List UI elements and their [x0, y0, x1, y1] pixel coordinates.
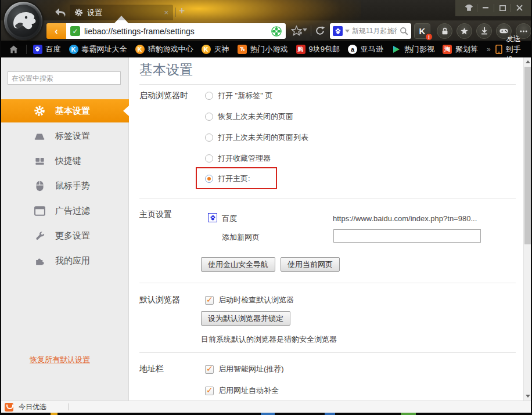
- restore-defaults-link[interactable]: 恢复所有默认设置: [30, 355, 90, 365]
- back-button[interactable]: ‹: [46, 23, 66, 39]
- sidebar-item-ad-filter[interactable]: 广告过滤: [1, 199, 129, 223]
- amazon-icon: a: [348, 45, 357, 54]
- maximize-icon[interactable]: [494, 1, 511, 16]
- checkbox-checked-icon[interactable]: ✓: [205, 365, 214, 374]
- radio-icon[interactable]: [205, 92, 213, 100]
- use-kingsoft-nav-button[interactable]: 使用金山安全导航: [201, 257, 275, 272]
- liebao-logo[interactable]: [4, 2, 42, 40]
- gear-icon: [74, 8, 83, 17]
- sidebar-item-more-settings[interactable]: 更多设置: [1, 223, 129, 248]
- bookmark-label: 9块9包邮: [309, 44, 340, 55]
- radio-option-new-tab[interactable]: 打开 "新标签" 页: [205, 90, 272, 102]
- settings-content: 基本设置 启动浏览器时 打开 "新标签" 页 恢复上次未关闭的页面 打开上次未关…: [130, 57, 526, 400]
- radio-icon[interactable]: [205, 133, 213, 142]
- hotkey-icon: [34, 156, 45, 167]
- search-engine-caret-icon[interactable]: [345, 30, 350, 33]
- download-icon[interactable]: [476, 23, 492, 39]
- more-icon[interactable]: [516, 23, 531, 39]
- radio-icon[interactable]: [205, 113, 213, 121]
- tabbar-divider: [175, 8, 175, 17]
- bookmark-amazon[interactable]: a 亚马逊: [346, 44, 385, 55]
- use-current-page-button[interactable]: 使用当前网页: [281, 257, 340, 272]
- new-tab-button[interactable]: +: [179, 5, 185, 17]
- sidebar-item-label: 基本设置: [55, 106, 90, 117]
- bookmarks-overflow-chevron[interactable]: »: [487, 45, 491, 53]
- baidu-paw-icon: [33, 45, 42, 54]
- sidebar-item-hotkeys[interactable]: 快捷键: [1, 149, 129, 174]
- bookmark-juhuasuan[interactable]: 淘 聚划算: [441, 44, 480, 55]
- radio-icon[interactable]: [205, 154, 213, 163]
- sidebar-item-label: 我的应用: [55, 255, 90, 266]
- checkbox-checked-icon[interactable]: ✓: [205, 296, 214, 305]
- checkbox-checked-icon[interactable]: ✓: [205, 387, 214, 395]
- radio-checked-icon[interactable]: [205, 175, 213, 183]
- scroll-up-arrow-icon[interactable]: [526, 60, 530, 63]
- skin-icon[interactable]: [461, 1, 477, 16]
- homepage-site-name: 百度: [222, 214, 237, 224]
- home-icon[interactable]: [6, 45, 21, 53]
- mouse-icon: [34, 181, 45, 192]
- gamepad-icon[interactable]: [496, 23, 512, 39]
- section-divider: [139, 199, 516, 199]
- duba-k-icon: K: [69, 45, 78, 54]
- bookmark-9kuai9[interactable]: 购 9块9包邮: [294, 44, 342, 55]
- taskbar-pixel-segment: [261, 413, 275, 415]
- minimize-icon[interactable]: [477, 1, 494, 16]
- sidebar-item-my-apps[interactable]: 我的应用: [1, 248, 129, 273]
- baidu-paw-icon[interactable]: [333, 26, 343, 36]
- smart-url-option[interactable]: ✓ 启用智能网址(推荐): [205, 363, 284, 375]
- url-autocomplete-option[interactable]: ✓ 启用网址自动补全: [205, 385, 279, 396]
- section-divider: [139, 283, 516, 283]
- vertical-scrollbar[interactable]: [523, 57, 531, 400]
- checkbox-label: 启用网址自动补全: [218, 385, 279, 396]
- star-icon[interactable]: [456, 23, 472, 39]
- search-box[interactable]: 新规11月起施行: [330, 23, 411, 39]
- sidebar-item-mouse-gestures[interactable]: 鼠标手势: [1, 174, 129, 199]
- refresh-icon[interactable]: [315, 26, 325, 36]
- close-icon[interactable]: [511, 1, 527, 16]
- tab-close-icon[interactable]: ×: [164, 9, 168, 16]
- undo-arrow-icon[interactable]: [55, 6, 67, 18]
- settings-search-input[interactable]: [8, 71, 121, 85]
- bookmarks-bar: 百度 K 毒霸网址大全 K 猎豹游戏中心 K 灭神 热门小游戏 购 9块9包邮 …: [1, 41, 531, 57]
- check-default-browser-option[interactable]: ✓ 启动时检查默认浏览器: [205, 294, 294, 306]
- bookmark-mieshen[interactable]: K 灭神: [200, 44, 231, 55]
- url-field[interactable]: ✓ liebao://settings-frame/settings: [66, 23, 286, 39]
- star-dropdown-caret-icon[interactable]: [303, 28, 307, 31]
- set-default-browser-button[interactable]: 设为默认浏览器并锁定: [201, 311, 290, 326]
- lock-icon[interactable]: [437, 23, 452, 39]
- wrench-icon: [34, 230, 45, 242]
- gou-icon: 购: [296, 45, 305, 54]
- radio-label: 打开上次未关闭的页面列表: [218, 132, 308, 143]
- phone-icon: [495, 45, 502, 54]
- pinwheel-icon[interactable]: [271, 26, 282, 37]
- sidebar-item-tab-settings[interactable]: 标签设置: [1, 124, 129, 149]
- bookmark-hot-video[interactable]: 热门影视: [390, 44, 436, 55]
- daily-picks-label[interactable]: 今日优选: [19, 402, 46, 412]
- radio-option-restore-list[interactable]: 打开上次未关闭的页面列表: [205, 132, 308, 143]
- tab-settings[interactable]: 设置 ×: [70, 5, 173, 20]
- add-new-page-input[interactable]: [333, 229, 481, 243]
- check-glyph: ✓: [206, 295, 213, 304]
- bookmark-baidu[interactable]: 百度: [31, 44, 63, 55]
- kingsoft-k-button[interactable]: K !: [414, 23, 430, 39]
- radio-option-bookmark-manager[interactable]: 打开收藏管理器: [205, 153, 271, 164]
- sidebar-item-basic-settings[interactable]: 基本设置: [1, 99, 129, 122]
- homepage-section-label: 主页设置: [139, 210, 172, 220]
- url-text[interactable]: liebao://settings-frame/settings: [84, 27, 267, 36]
- star-add-icon[interactable]: [291, 26, 302, 36]
- scrollbar-thumb[interactable]: [524, 67, 531, 244]
- bookmark-label: 聚划算: [455, 44, 478, 55]
- shopping-bag-icon[interactable]: [5, 403, 13, 412]
- bookmark-minigame[interactable]: 热门小游戏: [236, 44, 290, 55]
- radio-option-open-homepage[interactable]: 打开主页:: [205, 173, 250, 185]
- bookmark-liebao-game[interactable]: K 猎豹游戏中心: [134, 44, 195, 55]
- search-input[interactable]: 新规11月起施行: [352, 26, 397, 36]
- gear-icon: [34, 105, 45, 117]
- bookmark-label: 热门影视: [404, 44, 434, 55]
- radio-option-restore-pages[interactable]: 恢复上次未关闭的页面: [205, 111, 293, 122]
- scroll-down-arrow-icon[interactable]: [526, 395, 530, 398]
- taskbar-pixel-segment: [401, 413, 416, 415]
- magnifier-icon[interactable]: [400, 27, 408, 35]
- bookmark-duba[interactable]: K 毒霸网址大全: [67, 44, 129, 55]
